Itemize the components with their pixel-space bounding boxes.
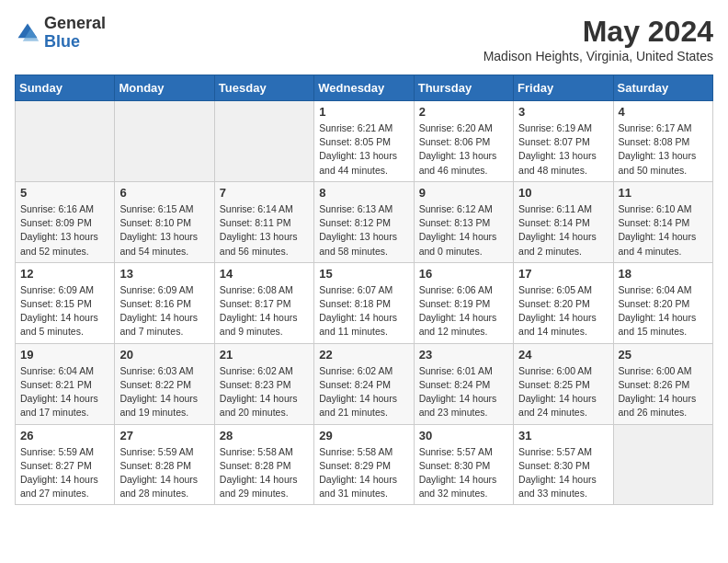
calendar-cell: 19Sunrise: 6:04 AM Sunset: 8:21 PM Dayli… [16,343,115,424]
calendar-week-row: 12Sunrise: 6:09 AM Sunset: 8:15 PM Dayli… [16,262,713,343]
calendar-cell [16,101,115,182]
day-number: 10 [518,186,608,200]
day-info: Sunrise: 5:58 AM Sunset: 8:29 PM Dayligh… [319,445,408,501]
day-number: 13 [119,267,209,281]
day-of-week-header: Thursday [414,75,513,101]
calendar-cell: 16Sunrise: 6:06 AM Sunset: 8:19 PM Dayli… [414,262,513,343]
day-info: Sunrise: 6:14 AM Sunset: 8:11 PM Dayligh… [220,202,309,259]
day-of-week-header: Friday [514,75,613,101]
day-number: 25 [619,348,708,362]
page-header: General Blue May 2024 Madison Heights, V… [15,15,713,63]
day-number: 6 [119,186,209,200]
day-number: 28 [220,429,309,442]
day-of-week-header: Monday [115,75,214,101]
calendar-cell: 23Sunrise: 6:01 AM Sunset: 8:24 PM Dayli… [414,343,513,424]
day-of-week-header: Saturday [613,75,712,101]
day-info: Sunrise: 6:00 AM Sunset: 8:25 PM Dayligh… [518,364,608,420]
day-info: Sunrise: 6:19 AM Sunset: 8:07 PM Dayligh… [518,121,608,178]
calendar-cell: 31Sunrise: 5:57 AM Sunset: 8:30 PM Dayli… [514,424,613,505]
day-info: Sunrise: 5:58 AM Sunset: 8:28 PM Dayligh… [220,445,309,501]
day-number: 24 [518,348,608,362]
calendar-cell: 12Sunrise: 6:09 AM Sunset: 8:15 PM Dayli… [16,262,115,343]
day-info: Sunrise: 6:04 AM Sunset: 8:21 PM Dayligh… [20,364,109,420]
day-number: 2 [419,105,508,119]
day-number: 11 [619,186,708,200]
day-info: Sunrise: 6:07 AM Sunset: 8:18 PM Dayligh… [319,283,408,339]
day-number: 14 [220,267,309,281]
day-of-week-header: Wednesday [314,75,414,101]
calendar-cell [115,101,214,182]
month-year-title: May 2024 [483,15,713,49]
day-of-week-header: Sunday [16,75,115,101]
day-number: 29 [319,429,408,442]
day-number: 7 [220,186,309,200]
calendar-cell: 9Sunrise: 6:12 AM Sunset: 8:13 PM Daylig… [414,181,513,262]
day-number: 26 [20,429,109,442]
day-info: Sunrise: 5:59 AM Sunset: 8:28 PM Dayligh… [119,445,209,501]
title-block: May 2024 Madison Heights, Virginia, Unit… [483,15,713,63]
day-number: 12 [20,267,109,281]
calendar-cell: 1Sunrise: 6:21 AM Sunset: 8:05 PM Daylig… [314,101,414,182]
calendar-cell: 14Sunrise: 6:08 AM Sunset: 8:17 PM Dayli… [214,262,313,343]
day-number: 16 [419,267,508,281]
calendar-header: SundayMondayTuesdayWednesdayThursdayFrid… [16,75,713,101]
calendar-week-row: 1Sunrise: 6:21 AM Sunset: 8:05 PM Daylig… [16,101,713,182]
day-of-week-header: Tuesday [214,75,313,101]
day-number: 1 [319,105,408,119]
calendar-cell: 15Sunrise: 6:07 AM Sunset: 8:18 PM Dayli… [314,262,414,343]
calendar-cell: 8Sunrise: 6:13 AM Sunset: 8:12 PM Daylig… [314,181,414,262]
day-info: Sunrise: 6:01 AM Sunset: 8:24 PM Dayligh… [419,364,508,420]
calendar-cell: 10Sunrise: 6:11 AM Sunset: 8:14 PM Dayli… [514,181,613,262]
day-info: Sunrise: 6:20 AM Sunset: 8:06 PM Dayligh… [419,121,508,178]
calendar-cell: 4Sunrise: 6:17 AM Sunset: 8:08 PM Daylig… [613,101,712,182]
day-number: 9 [419,186,508,200]
calendar-cell: 13Sunrise: 6:09 AM Sunset: 8:16 PM Dayli… [115,262,214,343]
day-info: Sunrise: 6:17 AM Sunset: 8:08 PM Dayligh… [619,121,708,178]
day-number: 31 [518,429,608,442]
day-number: 23 [419,348,508,362]
calendar-cell: 26Sunrise: 5:59 AM Sunset: 8:27 PM Dayli… [16,424,115,505]
day-number: 21 [220,348,309,362]
calendar-cell: 20Sunrise: 6:03 AM Sunset: 8:22 PM Dayli… [115,343,214,424]
day-info: Sunrise: 6:06 AM Sunset: 8:19 PM Dayligh… [419,283,508,339]
calendar-week-row: 26Sunrise: 5:59 AM Sunset: 8:27 PM Dayli… [16,424,713,505]
calendar-cell: 5Sunrise: 6:16 AM Sunset: 8:09 PM Daylig… [16,181,115,262]
day-number: 22 [319,348,408,362]
calendar-cell: 27Sunrise: 5:59 AM Sunset: 8:28 PM Dayli… [115,424,214,505]
day-info: Sunrise: 6:08 AM Sunset: 8:17 PM Dayligh… [220,283,309,339]
day-number: 3 [518,105,608,119]
calendar-cell: 6Sunrise: 6:15 AM Sunset: 8:10 PM Daylig… [115,181,214,262]
day-info: Sunrise: 6:12 AM Sunset: 8:13 PM Dayligh… [419,202,508,259]
logo-blue-text: Blue [44,32,80,51]
day-number: 27 [119,429,209,442]
day-number: 4 [619,105,708,119]
calendar-cell [214,101,313,182]
calendar-cell: 11Sunrise: 6:10 AM Sunset: 8:14 PM Dayli… [613,181,712,262]
day-number: 8 [319,186,408,200]
days-of-week-row: SundayMondayTuesdayWednesdayThursdayFrid… [16,75,713,101]
calendar-cell [613,424,712,505]
day-info: Sunrise: 5:59 AM Sunset: 8:27 PM Dayligh… [20,445,109,501]
calendar-cell: 7Sunrise: 6:14 AM Sunset: 8:11 PM Daylig… [214,181,313,262]
location-subtitle: Madison Heights, Virginia, United States [483,49,713,63]
day-info: Sunrise: 6:00 AM Sunset: 8:26 PM Dayligh… [619,364,708,420]
day-info: Sunrise: 6:11 AM Sunset: 8:14 PM Dayligh… [518,202,608,259]
logo: General Blue [15,15,106,52]
day-info: Sunrise: 6:03 AM Sunset: 8:22 PM Dayligh… [119,364,209,420]
day-info: Sunrise: 6:05 AM Sunset: 8:20 PM Dayligh… [518,283,608,339]
day-info: Sunrise: 6:09 AM Sunset: 8:15 PM Dayligh… [20,283,109,339]
day-number: 20 [119,348,209,362]
calendar-cell: 3Sunrise: 6:19 AM Sunset: 8:07 PM Daylig… [514,101,613,182]
day-info: Sunrise: 6:16 AM Sunset: 8:09 PM Dayligh… [20,202,109,259]
calendar-cell: 29Sunrise: 5:58 AM Sunset: 8:29 PM Dayli… [314,424,414,505]
day-info: Sunrise: 6:04 AM Sunset: 8:20 PM Dayligh… [619,283,708,339]
calendar-cell: 18Sunrise: 6:04 AM Sunset: 8:20 PM Dayli… [613,262,712,343]
calendar-cell: 24Sunrise: 6:00 AM Sunset: 8:25 PM Dayli… [514,343,613,424]
logo-general-text: General [44,14,106,32]
calendar-cell: 30Sunrise: 5:57 AM Sunset: 8:30 PM Dayli… [414,424,513,505]
day-number: 18 [619,267,708,281]
logo-icon [15,20,40,46]
day-info: Sunrise: 6:13 AM Sunset: 8:12 PM Dayligh… [319,202,408,259]
calendar-cell: 28Sunrise: 5:58 AM Sunset: 8:28 PM Dayli… [214,424,313,505]
calendar-cell: 2Sunrise: 6:20 AM Sunset: 8:06 PM Daylig… [414,101,513,182]
